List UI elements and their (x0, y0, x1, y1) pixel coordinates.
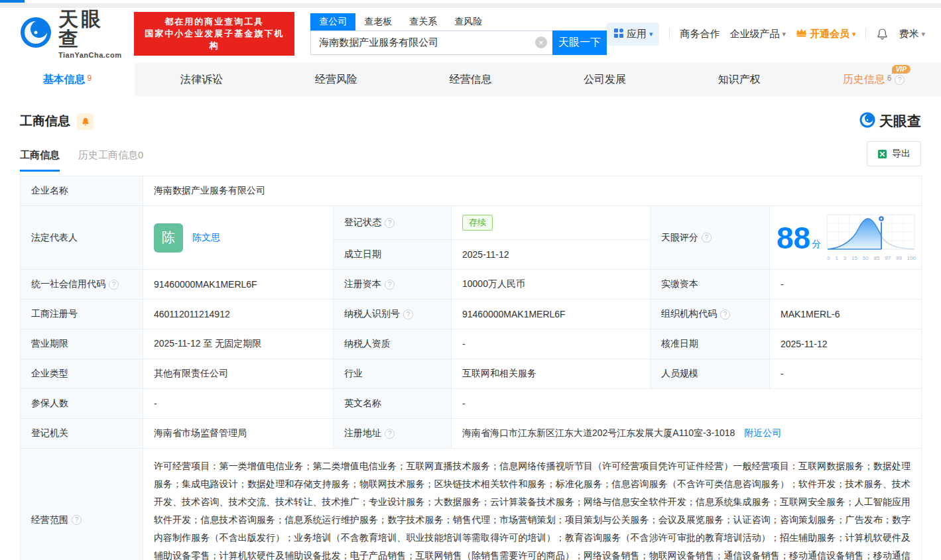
reg-number-label: 工商注册号 (21, 300, 143, 329)
score-distribution-chart: 01 315 5085 9799 100 (826, 214, 916, 261)
tab-intellectual-property[interactable]: 知识产权 (672, 63, 806, 96)
divider (865, 28, 866, 40)
search-tabs: 查公司 查老板 查关系 查风险 (310, 13, 607, 30)
chevron-down-icon: ▾ (921, 30, 925, 38)
divider (669, 28, 670, 40)
table-row: 参保人数 - 英文名称 - (21, 389, 922, 419)
table-row: 企业名称 海南数据产业服务有限公司 (21, 176, 922, 206)
table-row: 法定代表人 陈 陈文思 登记状态 ? 存续 天眼评分 ? 88 (21, 206, 922, 240)
industry-label: 行业 (334, 359, 452, 389)
tab-history-info[interactable]: VIP 历史信息 6 ? (806, 63, 941, 96)
tab-label: 公司发展 (584, 73, 626, 87)
reg-status-label: 登记状态 (344, 217, 381, 229)
nav-biz-cooperation[interactable]: 商务合作 (680, 28, 720, 40)
insured-count-label: 参保人数 (21, 389, 143, 419)
business-scope-label-cell: 经营范围 ? (21, 449, 143, 560)
tab-label: 基本信息 (43, 73, 86, 87)
org-code-label: 组织机构代码 (661, 308, 717, 320)
clear-search-icon[interactable]: × (535, 36, 547, 48)
score-unit: 分 (812, 239, 821, 251)
tab-label: 经营风险 (315, 73, 357, 87)
paid-capital-label: 实缴资本 (651, 270, 770, 300)
apps-menu[interactable]: 应用 ▾ (607, 23, 660, 46)
search-tab-company[interactable]: 查公司 (310, 13, 355, 30)
credit-code-label: 统一社会信用代码 (31, 278, 105, 290)
tab-count: 9 (88, 74, 92, 83)
loading-bar (0, 0, 25, 3)
tab-basic-info[interactable]: 基本信息 9 (0, 63, 135, 96)
staff-size-value: - (770, 359, 922, 389)
subtab-history-business-info[interactable]: 历史工商信息0 (78, 149, 143, 172)
search-input[interactable] (318, 36, 535, 49)
table-row: 工商注册号 460112011214912 纳税人识别号 ? 91460000M… (21, 300, 922, 329)
help-icon[interactable]: ? (720, 309, 730, 319)
legal-rep-cell: 陈 陈文思 (143, 206, 334, 270)
legal-rep-link[interactable]: 陈文思 (192, 232, 220, 244)
company-section-tabs: 基本信息 9 法律诉讼 经营风险 经营信息 公司发展 知识产权 VIP 历史信息… (0, 63, 941, 96)
status-badge: 存续 (462, 215, 493, 231)
section-title: 工商信息 (20, 113, 70, 130)
apps-label: 应用 (627, 28, 647, 40)
business-term-label: 营业期限 (21, 329, 143, 359)
excel-icon (877, 149, 887, 159)
help-icon[interactable]: ? (385, 218, 395, 228)
apps-grid-icon (613, 28, 624, 40)
tianyancha-swirl-icon (20, 17, 52, 51)
help-icon[interactable]: ? (385, 280, 395, 290)
staff-size-label: 人员规模 (651, 359, 770, 389)
tab-operation-info[interactable]: 经营信息 (403, 63, 538, 96)
slogan-line2: 国家中小企业发展子基金旗下机构 (141, 28, 288, 52)
reg-number-value: 460112011214912 (143, 300, 334, 329)
export-button[interactable]: 导出 (867, 141, 921, 166)
reg-address-value: 海南省海口市江东新区江东大道202号江东发展大厦A110室-3-1018 (462, 427, 735, 438)
tab-count: 6 (887, 74, 892, 83)
score-label: 天眼评分 (661, 232, 698, 244)
user-menu[interactable]: 费米 ▾ (899, 28, 925, 40)
taxpayer-quality-label: 纳税人资质 (334, 329, 452, 359)
help-icon[interactable]: ? (109, 280, 119, 290)
logo-text-cn: 天眼查 (58, 9, 125, 49)
tab-operation-risk[interactable]: 经营风险 (269, 63, 403, 96)
reg-status-value: 存续 (452, 206, 651, 240)
approval-date-value: 2025-11-12 (770, 329, 922, 359)
help-icon[interactable]: ? (385, 429, 395, 439)
search-button[interactable]: 天眼一下 (552, 30, 607, 55)
site-header: 天眼查 TianYanCha.com 都在用的商业查询工具 国家中小企业发展子基… (0, 8, 941, 60)
nav-enterprise-products[interactable]: 企业级产品 ▾ (729, 28, 786, 40)
company-type-label: 企业类型 (21, 359, 143, 389)
nav-open-vip[interactable]: 开通会员 ▾ (796, 28, 856, 40)
subtab-business-info[interactable]: 工商信息 (20, 149, 60, 172)
top-divider (0, 3, 941, 8)
credit-code-value: 91460000MAK1MERL6F (143, 270, 334, 300)
establish-date-value: 2025-11-12 (452, 240, 651, 270)
table-row: 营业期限 2025-11-12 至 无固定期限 纳税人资质 - 核准日期 202… (21, 329, 922, 359)
notification-bell[interactable] (876, 27, 889, 40)
establish-date-label: 成立日期 (334, 240, 452, 270)
company-type-value: 其他有限责任公司 (143, 359, 334, 389)
tab-legal-litigation[interactable]: 法律诉讼 (135, 63, 269, 96)
bell-icon (876, 27, 889, 40)
monitor-bell-button[interactable] (77, 113, 94, 130)
tab-label: 经营信息 (449, 73, 491, 87)
taxpayer-id-label-cell: 纳税人识别号 ? (334, 300, 452, 329)
vip-badge: VIP (892, 65, 910, 74)
search-tab-boss[interactable]: 查老板 (355, 13, 401, 30)
tab-company-development[interactable]: 公司发展 (538, 63, 672, 96)
username-label: 费米 (899, 28, 918, 40)
tianyancha-logo[interactable]: 天眼查 TianYanCha.com (20, 9, 125, 59)
score-value: 88 (777, 223, 810, 253)
search-area: 查公司 查老板 查关系 查风险 × 天眼一下 (310, 13, 607, 55)
company-name-label: 企业名称 (21, 176, 143, 206)
nearby-companies-link[interactable]: 附近公司 (744, 427, 781, 438)
tianyancha-swirl-icon (859, 112, 875, 131)
business-info-table: 企业名称 海南数据产业服务有限公司 法定代表人 陈 陈文思 登记状态 ? 存续 … (20, 176, 922, 560)
help-icon[interactable]: ? (72, 515, 82, 525)
search-tab-relation[interactable]: 查关系 (401, 13, 446, 30)
table-row: 统一社会信用代码 ? 91460000MAK1MERL6F 注册资本 ? 100… (21, 270, 922, 300)
help-icon[interactable]: ? (702, 233, 712, 243)
taxpayer-id-value: 91460000MAK1MERL6F (452, 300, 651, 329)
help-icon[interactable]: ? (895, 75, 905, 85)
search-tab-risk[interactable]: 查风险 (446, 13, 491, 30)
help-icon[interactable]: ? (403, 309, 413, 319)
taxpayer-quality-value: - (452, 329, 651, 359)
